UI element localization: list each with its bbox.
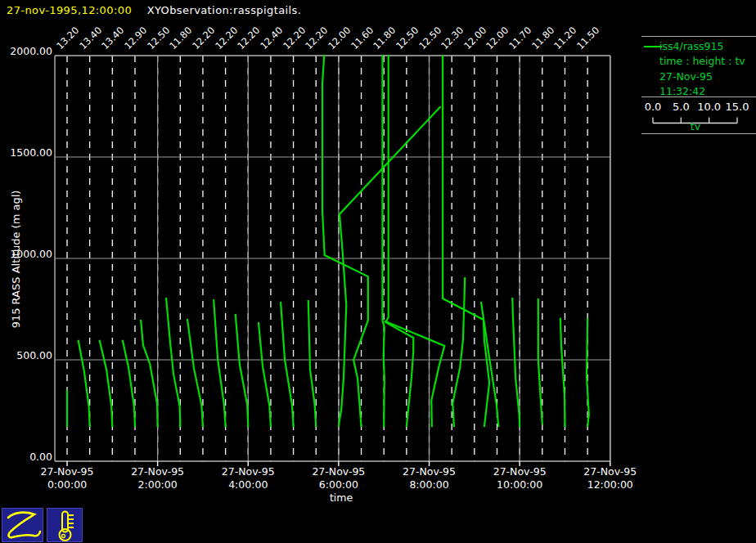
y-tick-label: 2000.00 bbox=[2, 45, 52, 57]
x-tick-time: 12:00:00 bbox=[565, 478, 655, 491]
profile-trace bbox=[141, 321, 157, 426]
x-tick-date: 27-Nov-95 bbox=[385, 465, 475, 478]
profile-trace bbox=[100, 341, 113, 426]
profile-trace bbox=[339, 107, 440, 426]
legend-series-label: iss4/rass915 bbox=[659, 40, 723, 52]
x-tick-time: 4:00:00 bbox=[203, 478, 293, 491]
profile-trace bbox=[512, 298, 520, 426]
legend-date: 27-Nov-95 bbox=[659, 70, 713, 83]
zeb-z-icon bbox=[2, 509, 43, 541]
legend-time: 11:32:42 bbox=[659, 85, 705, 97]
legend-fields-label: time : height : tv bbox=[659, 55, 745, 67]
thermometer-icon bbox=[47, 509, 82, 541]
y-tick-label: 500.00 bbox=[2, 349, 52, 361]
traces-layer bbox=[67, 56, 589, 426]
thermometer-button[interactable] bbox=[47, 508, 83, 542]
x-tick-time: 6:00:00 bbox=[294, 478, 384, 491]
y-tick-label: 0.00 bbox=[2, 451, 52, 463]
profile-trace bbox=[587, 319, 589, 426]
profile-trace bbox=[79, 341, 90, 426]
tv-scale-label: tv bbox=[677, 120, 713, 132]
profile-trace bbox=[166, 298, 180, 426]
profile-trace bbox=[443, 56, 489, 426]
zeb-logo-button[interactable] bbox=[2, 508, 43, 542]
profile-trace bbox=[538, 299, 542, 424]
x-tick-date: 27-Nov-95 bbox=[565, 465, 655, 478]
profile-trace bbox=[236, 315, 249, 426]
profile-trace bbox=[452, 278, 465, 426]
profile-trace bbox=[214, 300, 225, 426]
grid-layer bbox=[55, 56, 610, 466]
x-tick-time: 8:00:00 bbox=[385, 478, 475, 491]
profile-trace bbox=[187, 320, 203, 426]
x-tick-date: 27-Nov-95 bbox=[203, 465, 293, 478]
titlebar: 27-nov-1995,12:00:00 XYObservation:rassp… bbox=[7, 4, 301, 16]
profile-trace bbox=[281, 303, 294, 426]
x-tick-time: 10:00:00 bbox=[475, 478, 565, 491]
x-tick-time: 2:00:00 bbox=[113, 478, 203, 491]
plot-canvas bbox=[0, 0, 756, 543]
x-tick-date: 27-Nov-95 bbox=[113, 465, 203, 478]
profile-trace bbox=[259, 323, 271, 426]
window-timestamp: 27-nov-1995,12:00:00 bbox=[7, 4, 132, 16]
y-tick-label: 1500.00 bbox=[2, 146, 52, 159]
x-tick-time: 0:00:00 bbox=[22, 478, 112, 491]
profile-trace bbox=[123, 341, 135, 426]
profile-trace bbox=[481, 303, 498, 426]
x-tick-date: 27-Nov-95 bbox=[22, 465, 112, 478]
profile-trace bbox=[385, 56, 413, 426]
x-tick-date: 27-Nov-95 bbox=[294, 465, 384, 478]
tv-scale-tick: 15.0 bbox=[719, 101, 755, 113]
profile-trace bbox=[560, 319, 565, 426]
profile-trace bbox=[385, 321, 444, 426]
x-axis-title: time bbox=[304, 491, 378, 504]
application-window: 27-nov-1995,12:00:00 XYObservation:rassp… bbox=[0, 0, 756, 543]
x-tick-date: 27-Nov-95 bbox=[475, 465, 565, 478]
y-tick-label: 1000.00 bbox=[2, 248, 52, 260]
window-title: XYObservation:rasspigtails. bbox=[147, 4, 302, 16]
profile-trace bbox=[308, 301, 316, 426]
